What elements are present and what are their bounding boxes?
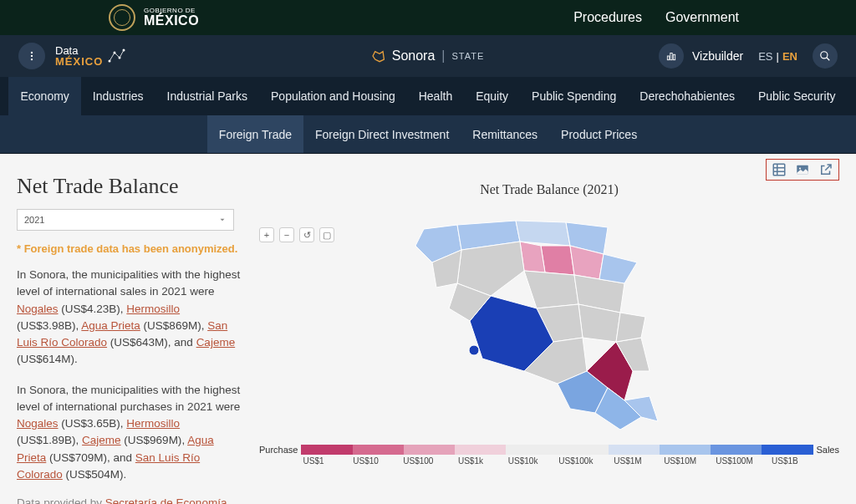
- svg-rect-7: [667, 56, 669, 60]
- svg-marker-31: [599, 254, 637, 283]
- legend-tick: US$1: [297, 456, 330, 466]
- municipality-link[interactable]: Cajeme: [196, 336, 236, 349]
- search-icon: [819, 50, 831, 62]
- main-nav-item[interactable]: Industries: [81, 77, 155, 115]
- svg-point-1: [31, 55, 33, 57]
- svg-marker-27: [524, 271, 578, 308]
- sales-paragraph: In Sonora, the municipalities with the h…: [17, 267, 242, 369]
- logo-network-icon: [106, 46, 126, 66]
- menu-icon: [26, 50, 38, 62]
- fullscreen-button[interactable]: ▢: [319, 227, 334, 242]
- sub-nav-item[interactable]: Product Prices: [549, 115, 649, 153]
- main-nav-item[interactable]: Public Security: [746, 77, 848, 115]
- gov-text-large: MÉXICO: [144, 14, 199, 28]
- mexico-seal-icon: [109, 4, 135, 31]
- zoom-in-button[interactable]: +: [259, 227, 274, 242]
- lang-es[interactable]: ES: [758, 50, 772, 63]
- map-pin-icon: [372, 49, 385, 63]
- municipality-link[interactable]: Cajeme: [82, 434, 121, 446]
- municipality-link[interactable]: Agua Prieta: [81, 319, 140, 332]
- chart-icon: [659, 43, 684, 69]
- zoom-out-button[interactable]: −: [279, 227, 294, 242]
- reset-button[interactable]: ↺: [299, 227, 314, 242]
- legend-right-label: Sales: [816, 445, 839, 455]
- svg-rect-9: [673, 54, 675, 59]
- main-nav-item[interactable]: Public Spending: [520, 77, 628, 115]
- government-bar: GOBIERNO DE MÉXICO Procedures Government: [0, 0, 856, 35]
- gov-link-government[interactable]: Government: [665, 10, 739, 25]
- svg-line-11: [827, 58, 830, 61]
- legend-ticks: US$1US$10US$100US$1kUS$10kUS$100kUS$1MUS…: [259, 456, 839, 466]
- municipality-link[interactable]: Nogales: [17, 303, 59, 315]
- legend-tick: US$10k: [507, 456, 540, 466]
- legend-left-label: Purchase: [259, 445, 298, 455]
- region-breadcrumb: Sonora | STATE: [372, 48, 485, 64]
- search-button[interactable]: [813, 43, 838, 69]
- color-legend: Purchase Sales US$1US$10US$100US$1kUS$10…: [259, 445, 839, 466]
- svg-point-41: [469, 345, 479, 355]
- menu-button[interactable]: [18, 43, 45, 69]
- svg-point-2: [31, 59, 33, 60]
- lang-en[interactable]: EN: [782, 50, 797, 63]
- language-switcher: ES | EN: [758, 50, 797, 63]
- legend-tick: US$1B: [768, 456, 802, 466]
- legend-tick: US$10: [349, 456, 383, 466]
- section-title: Net Trade Balance: [17, 174, 242, 199]
- main-nav: EconomyIndustriesIndustrial ParksPopulat…: [0, 77, 856, 115]
- logo-text-bottom: MÉXICO: [55, 56, 103, 67]
- legend-tick: US$100M: [716, 456, 749, 466]
- main-nav-item[interactable]: Industrial Parks: [155, 77, 259, 115]
- data-provided-by: Data provided by Secretaría de Economía.: [17, 496, 242, 504]
- svg-marker-40: [616, 313, 645, 342]
- svg-rect-8: [670, 53, 672, 60]
- choropleth-map[interactable]: [259, 204, 839, 438]
- sub-nav-item[interactable]: Foreign Direct Investment: [303, 115, 461, 153]
- svg-marker-22: [541, 246, 574, 275]
- legend-tick: US$10M: [664, 456, 697, 466]
- map-controls: + − ↺ ▢: [259, 227, 334, 242]
- sub-nav-item[interactable]: Remittances: [461, 115, 549, 153]
- datamexico-logo[interactable]: Data MÉXICO: [55, 45, 126, 67]
- year-select[interactable]: 2021: [17, 209, 234, 231]
- main-nav-item[interactable]: Economy: [8, 77, 80, 115]
- svg-point-10: [821, 52, 828, 59]
- left-column: Net Trade Balance 2021 * Foreign trade d…: [17, 162, 242, 504]
- anonymized-warning: * Foreign trade data has been anonymized…: [17, 242, 242, 255]
- legend-tick: US$1M: [611, 456, 645, 466]
- main-nav-item[interactable]: Health: [407, 77, 464, 115]
- legend-gradient: [301, 445, 813, 455]
- main-nav-item[interactable]: Equity: [464, 77, 520, 115]
- chart-title: Net Trade Balance (2021): [259, 182, 839, 197]
- municipality-link[interactable]: Nogales: [17, 417, 59, 430]
- purchases-paragraph: In Sonora, the municipalities with the h…: [17, 382, 242, 484]
- municipality-link[interactable]: Hermosillo: [126, 303, 180, 315]
- vizbuilder-button[interactable]: Vizbuilder: [659, 43, 743, 69]
- region-name: Sonora: [392, 48, 436, 64]
- svg-point-0: [31, 52, 33, 53]
- legend-tick: US$1k: [454, 456, 487, 466]
- main-nav-item[interactable]: Derechohabientes: [628, 77, 746, 115]
- government-links: Procedures Government: [573, 10, 739, 25]
- region-type: STATE: [451, 51, 484, 61]
- source-link[interactable]: Secretaría de Economía: [105, 496, 227, 504]
- government-logo-block: GOBIERNO DE MÉXICO: [109, 4, 199, 31]
- sub-nav-item[interactable]: Foreign Trade: [207, 115, 303, 153]
- content-area: Net Trade Balance 2021 * Foreign trade d…: [0, 154, 856, 504]
- legend-tick: US$100k: [558, 456, 592, 466]
- chevron-down-icon: [218, 216, 227, 224]
- legend-tick: US$100: [401, 456, 435, 466]
- datamexico-bar: Data MÉXICO Sonora | STATE Vizbuilder ES…: [0, 35, 856, 77]
- municipality-link[interactable]: Hermosillo: [126, 417, 180, 430]
- right-column: Net Trade Balance (2021) + − ↺ ▢: [259, 162, 839, 504]
- gov-link-procedures[interactable]: Procedures: [573, 10, 642, 25]
- main-nav-item[interactable]: Population and Housing: [259, 77, 407, 115]
- sub-nav: Foreign TradeForeign Direct InvestmentRe…: [0, 115, 856, 154]
